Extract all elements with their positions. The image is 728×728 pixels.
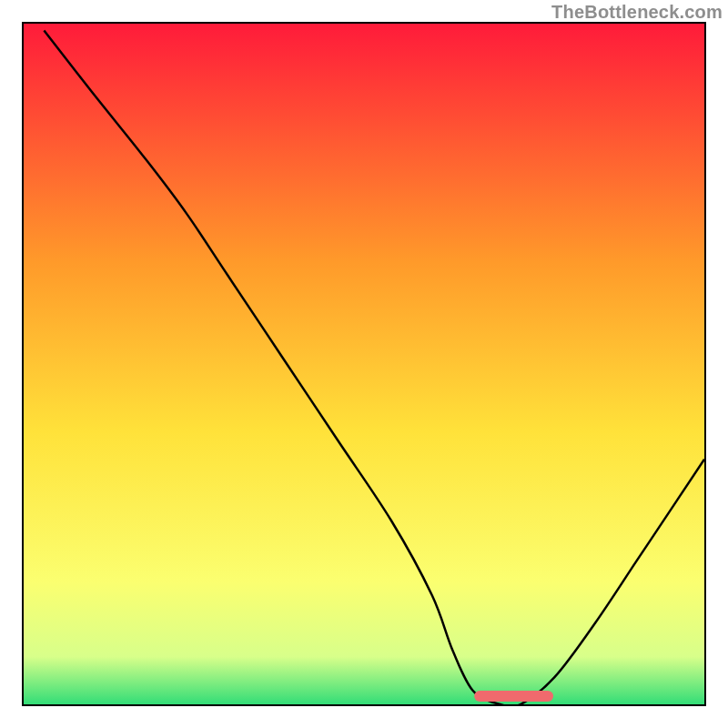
- watermark-text: TheBottleneck.com: [551, 2, 723, 23]
- gradient-background: [24, 24, 704, 704]
- plot-area: [22, 22, 706, 706]
- chart-svg: [24, 24, 704, 704]
- chart-container: TheBottleneck.com: [0, 0, 728, 728]
